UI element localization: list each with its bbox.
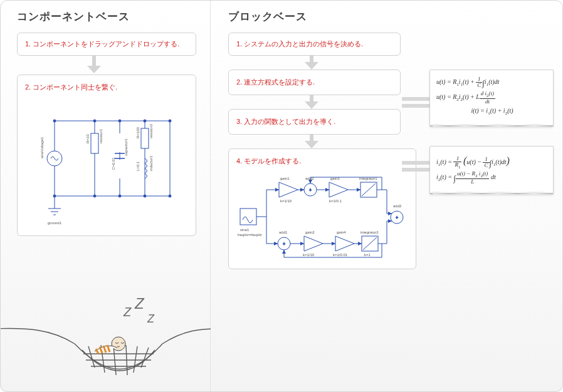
source-label: sineVoltage1	[40, 137, 44, 158]
right-step2-text: 2. 連立方程式を設定する.	[236, 78, 315, 86]
r2-label: resistor2	[149, 123, 153, 138]
block-based-column: ブロックベース 1. システムの入力と出力の信号を決める. 2. 連立方程式を設…	[211, 1, 562, 391]
svg-rect-32	[240, 209, 256, 225]
svg-marker-48	[357, 188, 360, 192]
left-step2-box: 2. コンポーネント同士を繋ぐ.	[17, 75, 196, 236]
svg-text:integrator1: integrator1	[359, 177, 377, 180]
svg-text:sine1: sine1	[240, 228, 250, 232]
svg-text:k=1/10: k=1/10	[303, 253, 315, 257]
svg-text:add2: add2	[393, 204, 402, 208]
arrow-down-icon	[87, 56, 101, 75]
svg-marker-49	[274, 242, 278, 245]
svg-text:Z: Z	[134, 295, 145, 312]
left-column-title: コンポーネントベース	[17, 9, 196, 24]
svg-text:k=1: k=1	[364, 253, 371, 257]
block-diagram: + + +	[236, 170, 412, 264]
svg-point-7	[93, 195, 96, 197]
left-step1-text: 1. コンポーネントをドラッグアンドドロップする.	[25, 40, 179, 48]
connector-bars	[402, 97, 431, 108]
right-step3-box: 3. 入力の関数として出力を導く.	[228, 109, 401, 135]
columns: コンポーネントベース 1. コンポーネントをドラッグアンドドロップする. 2. …	[1, 1, 562, 391]
svg-text:+: +	[396, 215, 398, 220]
arrow-down-icon	[305, 56, 318, 70]
r1-label: resistor1	[99, 128, 103, 143]
svg-text:gain3: gain3	[330, 177, 340, 180]
c-label: capacitor1	[124, 138, 128, 156]
right-column-title: ブロックベース	[228, 9, 550, 24]
ground-label: ground1	[48, 221, 62, 225]
svg-text:freqHz=freqHz: freqHz=freqHz	[238, 233, 262, 237]
svg-rect-19	[141, 128, 149, 148]
svg-marker-40	[304, 236, 323, 251]
hammock-illustration: Z Z Z	[1, 284, 211, 384]
svg-marker-51	[332, 242, 335, 245]
svg-marker-36	[329, 182, 348, 197]
svg-marker-52	[358, 242, 362, 245]
svg-text:+: +	[309, 188, 312, 192]
right-step4-text: 4. モデルを作成する.	[236, 157, 408, 166]
right-step1-text: 1. システムの入力と出力の信号を決める.	[236, 40, 363, 48]
equations-note-2: i1(t) = 1R1 (u(t) − 1C∫i1(t)dt) i2(t) = …	[429, 146, 554, 194]
svg-text:+: +	[283, 242, 285, 246]
arrow-down-icon	[305, 95, 318, 109]
circuit-diagram: sineVoltage1 ground1 resistor1 R=10 capa…	[25, 96, 188, 230]
r2-val: R=100	[136, 126, 140, 138]
svg-line-25	[96, 349, 98, 354]
svg-point-11	[144, 195, 146, 197]
svg-text:add1: add1	[279, 230, 288, 234]
svg-marker-46	[300, 188, 304, 192]
svg-point-24	[112, 337, 125, 351]
svg-text:integrator2: integrator2	[360, 230, 379, 234]
svg-marker-47	[325, 188, 329, 192]
connector-bars	[402, 161, 431, 172]
svg-marker-33	[279, 182, 298, 197]
svg-point-6	[93, 120, 96, 122]
l-val: L=0.1	[136, 161, 140, 171]
left-step1-box: 1. コンポーネントをドラッグアンドドロップする.	[17, 33, 196, 56]
left-step2-text: 2. コンポーネント同士を繋ぐ.	[25, 83, 188, 92]
svg-text:Z: Z	[147, 312, 155, 325]
svg-point-8	[118, 120, 121, 122]
right-step3-text: 3. 入力の関数として出力を導く.	[236, 118, 335, 125]
svg-rect-14	[91, 133, 98, 153]
right-step4-box: 4. モデルを作成する. + + +	[228, 148, 416, 269]
svg-text:add3: add3	[305, 177, 314, 180]
svg-point-4	[53, 120, 56, 122]
svg-marker-41	[335, 236, 354, 251]
svg-point-10	[144, 120, 146, 122]
svg-text:gain4: gain4	[337, 230, 346, 234]
svg-point-9	[118, 195, 121, 197]
svg-line-28	[107, 345, 110, 352]
svg-text:Z: Z	[123, 305, 132, 319]
svg-text:k=1/10: k=1/10	[280, 199, 292, 203]
svg-line-26	[100, 347, 102, 353]
svg-text:gain1: gain1	[280, 177, 290, 180]
l-label: inductor1	[149, 155, 153, 171]
right-step2-box: 2. 連立方程式を設定する.	[228, 70, 401, 95]
svg-marker-56	[282, 250, 286, 254]
svg-point-12	[169, 120, 171, 122]
svg-text:k=1/0.01: k=1/0.01	[333, 253, 348, 257]
equations-note-1: u(t) = R1i1(t) + 1C∫i1(t)dt u(t) = R2i2(…	[429, 70, 554, 126]
svg-point-13	[169, 195, 171, 197]
svg-text:gain2: gain2	[305, 230, 315, 234]
arrow-down-icon	[305, 135, 318, 148]
right-step1-box: 1. システムの入力と出力の信号を決める.	[228, 33, 401, 56]
svg-rect-18	[118, 160, 121, 178]
comparison-frame: コンポーネントベース 1. コンポーネントをドラッグアンドドロップする. 2. …	[0, 0, 563, 392]
c-val: C=0.01	[112, 157, 115, 170]
svg-text:k=1/0.1: k=1/0.1	[329, 199, 342, 203]
svg-rect-17	[118, 133, 121, 152]
svg-line-27	[103, 346, 106, 353]
r1-val: R=10	[86, 134, 90, 143]
component-based-column: コンポーネントベース 1. コンポーネントをドラッグアンドドロップする. 2. …	[1, 1, 211, 391]
svg-marker-45	[275, 188, 279, 192]
svg-marker-50	[300, 242, 304, 245]
